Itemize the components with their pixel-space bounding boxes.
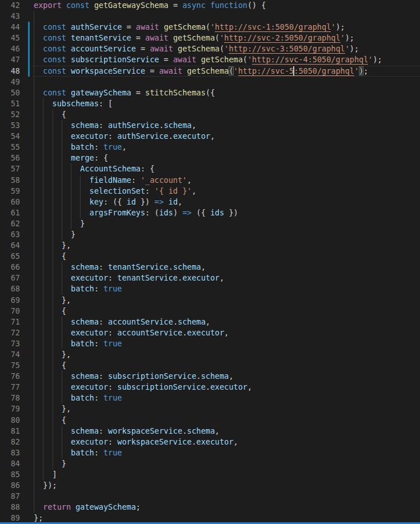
line-number[interactable]: 70	[0, 306, 20, 317]
line-number[interactable]: 44	[0, 22, 20, 33]
code-line[interactable]: 73 batch: true	[0, 338, 420, 349]
code-line[interactable]: 62 }	[0, 218, 420, 229]
line-number[interactable]: 68	[0, 283, 20, 294]
url-link[interactable]: http://svc-1:5050/graphql	[215, 22, 331, 32]
line-number[interactable]: 56	[0, 153, 20, 163]
code-line[interactable]: 70 {	[0, 306, 420, 317]
line-number[interactable]: 65	[0, 251, 20, 262]
code-line[interactable]: 80 {	[0, 415, 420, 426]
code-line[interactable]: 58 fieldName: '_account',	[0, 175, 420, 186]
line-number[interactable]: 87	[0, 491, 20, 502]
line-number[interactable]: 74	[0, 349, 20, 360]
code-line[interactable]: 79 },	[0, 403, 420, 414]
line-number[interactable]: 85	[0, 469, 20, 480]
line-number[interactable]: 69	[0, 295, 20, 306]
code-line[interactable]: 69 },	[0, 295, 420, 306]
code-line[interactable]: 51 subschemas: [	[0, 98, 420, 109]
code-line[interactable]: 82 executor: workspaceService.executor,	[0, 437, 420, 447]
line-number[interactable]: 51	[0, 98, 20, 109]
url-link[interactable]: http://svc-2:5050/graphql	[224, 33, 340, 43]
code-line[interactable]: 54 executor: authService.executor,	[0, 131, 420, 142]
code-line[interactable]: 78 batch: true	[0, 393, 420, 403]
code-line[interactable]: 50 const gatewaySchema = stitchSchemas({	[0, 87, 420, 98]
line-number[interactable]: 50	[0, 87, 20, 98]
line-number[interactable]: 54	[0, 131, 20, 142]
line-number[interactable]: 53	[0, 120, 20, 131]
url-link[interactable]: http://svc-5	[238, 66, 294, 76]
code-line[interactable]: 44 const authService = await getSchema('…	[0, 22, 420, 33]
code-line[interactable]: 52 {	[0, 109, 420, 120]
line-number[interactable]: 81	[0, 426, 20, 437]
code-line[interactable]: 43	[0, 11, 420, 22]
code-line[interactable]: 67 executor: tenantService.executor,	[0, 273, 420, 283]
line-number[interactable]: 47	[0, 54, 20, 65]
url-link[interactable]: http://svc-3:5050/graphql	[229, 44, 345, 54]
line-number[interactable]: 67	[0, 273, 20, 283]
line-number[interactable]: 73	[0, 338, 20, 349]
line-number[interactable]: 78	[0, 393, 20, 403]
line-number[interactable]: 49	[0, 77, 20, 87]
line-number[interactable]: 86	[0, 480, 20, 491]
code-line[interactable]: 55 batch: true,	[0, 142, 420, 153]
code-line[interactable]: 66 schema: tenantService.schema,	[0, 262, 420, 273]
code-line[interactable]: 81 schema: workspaceService.schema,	[0, 426, 420, 437]
code-line[interactable]: 57 AccountSchema: {	[0, 163, 420, 174]
line-number[interactable]: 45	[0, 33, 20, 43]
line-number[interactable]: 84	[0, 458, 20, 469]
line-number[interactable]: 75	[0, 360, 20, 371]
line-number[interactable]: 88	[0, 502, 20, 513]
line-number[interactable]: 42	[0, 0, 20, 11]
line-number[interactable]: 80	[0, 415, 20, 426]
line-number[interactable]: 82	[0, 437, 20, 447]
line-number[interactable]: 46	[0, 43, 20, 54]
line-number[interactable]: 43	[0, 11, 20, 22]
code-line[interactable]: 47 const subscriptionService = await get…	[0, 54, 420, 65]
code-line[interactable]: 46 const accountService = await getSchem…	[0, 43, 420, 54]
code-line[interactable]: 68 batch: true	[0, 283, 420, 294]
url-link[interactable]: http://svc-4:5050/graphql	[252, 55, 368, 65]
code-line[interactable]: 59 selectionSet: '{ id }',	[0, 186, 420, 197]
line-number[interactable]: 63	[0, 229, 20, 240]
line-number[interactable]: 71	[0, 317, 20, 327]
line-number[interactable]: 64	[0, 240, 20, 251]
code-line[interactable]: 53 schema: authService.schema,	[0, 120, 420, 131]
code-line[interactable]: 77 executor: subscriptionService.executo…	[0, 382, 420, 393]
url-link[interactable]: :5050/graphql	[294, 66, 354, 76]
line-number[interactable]: 76	[0, 371, 20, 382]
line-number[interactable]: 52	[0, 109, 20, 120]
code-line[interactable]: 56 merge: {	[0, 153, 420, 163]
code-line[interactable]: 85 ]	[0, 469, 420, 480]
code-line[interactable]: 60 key: ({ id }) => id,	[0, 197, 420, 207]
code-line[interactable]: 74 },	[0, 349, 420, 360]
code-line[interactable]: 84 }	[0, 458, 420, 469]
code-line[interactable]: 65 {	[0, 251, 420, 262]
line-number[interactable]: 77	[0, 382, 20, 393]
code-line[interactable]: 45 const tenantService = await getSchema…	[0, 33, 420, 43]
line-number[interactable]: 60	[0, 197, 20, 207]
line-number[interactable]: 66	[0, 262, 20, 273]
line-number[interactable]: 83	[0, 447, 20, 458]
code-line[interactable]: 42export const getGatewaySchema = async …	[0, 0, 420, 11]
code-line[interactable]: 83 batch: true	[0, 447, 420, 458]
line-number[interactable]: 62	[0, 218, 20, 229]
code-line[interactable]: 61 argsFromKeys: (ids) => ({ ids })	[0, 207, 420, 218]
line-number[interactable]: 61	[0, 207, 20, 218]
code-line[interactable]: 88 return gatewaySchema;	[0, 502, 420, 513]
code-line[interactable]: 49	[0, 77, 420, 87]
code-line[interactable]: 75 {	[0, 360, 420, 371]
line-number[interactable]: 72	[0, 327, 20, 338]
code-line[interactable]: 76 schema: subscriptionService.schema,	[0, 371, 420, 382]
code-editor[interactable]: 42export const getGatewaySchema = async …	[0, 0, 420, 524]
line-number[interactable]: 58	[0, 175, 20, 186]
line-number[interactable]: 59	[0, 186, 20, 197]
code-line[interactable]: 64 },	[0, 240, 420, 251]
line-number[interactable]: 57	[0, 163, 20, 174]
code-line[interactable]: 48 const workspaceService = await getSch…	[0, 66, 420, 77]
code-line[interactable]: 87	[0, 491, 420, 502]
line-number[interactable]: 79	[0, 403, 20, 414]
code-line[interactable]: 71 schema: accountService.schema,	[0, 317, 420, 327]
code-line[interactable]: 86 });	[0, 480, 420, 491]
code-line[interactable]: 72 executor: accountService.executor,	[0, 327, 420, 338]
code-line[interactable]: 63 }	[0, 229, 420, 240]
line-number[interactable]: 55	[0, 142, 20, 153]
